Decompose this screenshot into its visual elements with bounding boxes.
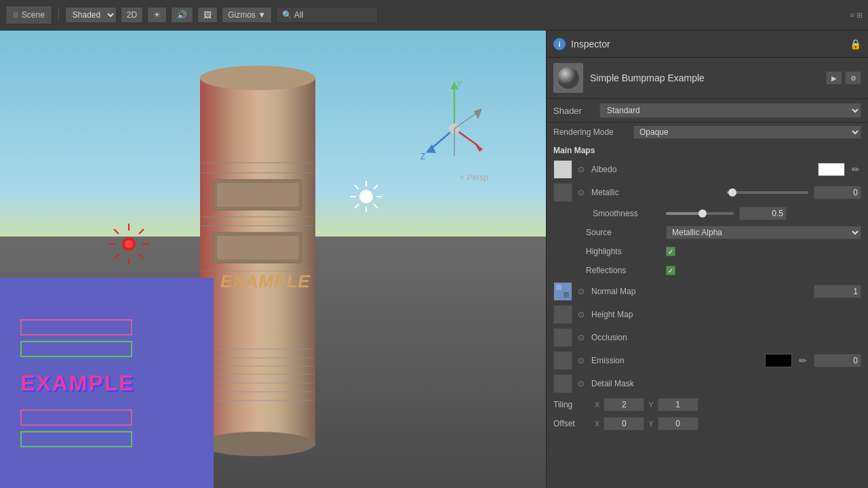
tiling-x-input[interactable] xyxy=(604,398,644,411)
emission-eyedropper[interactable]: ✏ xyxy=(797,355,808,366)
normal-map-texture-slot[interactable] xyxy=(553,282,572,301)
offset-x-input[interactable] xyxy=(604,417,644,430)
svg-line-36 xyxy=(374,204,378,208)
lock-icon[interactable]: 🔒 xyxy=(850,39,861,49)
metallic-slider[interactable] xyxy=(727,191,808,194)
gizmos-button[interactable]: Gizmos ▼ xyxy=(222,7,272,23)
bottom-rects xyxy=(20,409,132,447)
smoothness-value[interactable] xyxy=(739,207,787,220)
svg-point-53 xyxy=(557,67,579,89)
svg-line-27 xyxy=(139,229,144,234)
albedo-texture-slot[interactable] xyxy=(553,160,572,179)
offset-y-input[interactable] xyxy=(658,417,698,430)
scene-view[interactable]: EXAMPLE xyxy=(0,30,546,488)
red-light xyxy=(105,220,153,270)
svg-line-25 xyxy=(114,229,119,234)
smoothness-row: Smoothness xyxy=(547,204,868,223)
hashtag-icon: # xyxy=(13,9,18,20)
albedo-eyedropper[interactable]: ✏ xyxy=(850,164,861,175)
shader-dropdown[interactable]: Standard xyxy=(599,103,861,118)
svg-rect-11 xyxy=(217,236,298,260)
offset-label: Offset xyxy=(553,419,591,428)
svg-text:Y: Y xyxy=(456,79,462,89)
tiling-label: Tiling xyxy=(553,400,591,409)
source-dropdown[interactable]: Metallic Alpha xyxy=(666,226,861,239)
emission-value[interactable] xyxy=(814,354,861,367)
object-thumbnail xyxy=(553,63,583,93)
tiling-row: Tiling X Y xyxy=(547,395,868,414)
reflections-label: Reflections xyxy=(586,266,660,275)
svg-line-37 xyxy=(374,185,378,189)
occlusion-row: ⊙ Occlusion xyxy=(547,326,868,349)
object-settings-button[interactable]: ⚙ xyxy=(845,71,861,85)
highlights-checkbox[interactable]: ✓ xyxy=(666,247,675,256)
highlights-label: Highlights xyxy=(586,247,660,256)
svg-line-50 xyxy=(454,112,478,129)
sun-button[interactable]: ☀ xyxy=(147,7,167,23)
emission-label: Emission xyxy=(591,356,760,365)
emission-color-swatch[interactable] xyxy=(765,354,792,367)
smoothness-slider[interactable] xyxy=(666,212,734,215)
svg-line-38 xyxy=(355,204,359,208)
example-text: EXAMPLE xyxy=(20,371,135,396)
scene-tab-label: Scene xyxy=(22,10,45,20)
metallic-row: ⊙ Metallic xyxy=(547,181,868,204)
metallic-value[interactable] xyxy=(814,186,861,199)
inspector-body: Rendering Mode Opaque Main Maps ⊙ Albedo… xyxy=(547,123,868,488)
occlusion-texture-slot[interactable] xyxy=(553,328,572,347)
detail-mask-texture-slot[interactable] xyxy=(553,374,572,393)
normal-map-label: Normal Map xyxy=(591,287,808,296)
svg-point-30 xyxy=(125,240,133,248)
pink-rect-1 xyxy=(20,319,132,336)
tiling-y-input[interactable] xyxy=(658,398,698,411)
scene-tab[interactable]: # Scene xyxy=(5,5,52,24)
normal-map-value[interactable] xyxy=(814,285,861,298)
cylinder-example-text: EXAMPLE xyxy=(220,271,311,292)
emission-row: ⊙ Emission ✏ xyxy=(547,349,868,372)
offset-y-label: Y xyxy=(648,420,653,428)
shaded-dropdown[interactable]: Shaded xyxy=(65,7,117,23)
tiling-x-label: X xyxy=(595,401,599,409)
audio-button[interactable]: 🔊 xyxy=(171,7,193,23)
height-map-texture-slot[interactable] xyxy=(553,305,572,324)
shader-row: Shader Standard xyxy=(547,99,868,123)
blue-panel: EXAMPLE xyxy=(0,278,214,488)
2d-button[interactable]: 2D xyxy=(121,7,143,23)
pink-rect-2 xyxy=(20,409,132,426)
scene-toolbar: # Scene Shaded 2D ☀ 🔊 🖼 Gizmos ▼ ≡ ⊞ xyxy=(0,0,868,30)
svg-line-35 xyxy=(355,185,359,189)
source-row: Source Metallic Alpha xyxy=(547,223,868,242)
offset-x-label: X xyxy=(595,420,599,428)
inspector-info-icon: i xyxy=(553,38,566,50)
image-button[interactable]: 🖼 xyxy=(197,7,218,23)
persp-label: < Persp xyxy=(460,173,488,182)
albedo-color-swatch[interactable] xyxy=(818,163,845,176)
green-rect-2 xyxy=(20,431,132,447)
gizmo-axes: Y Z xyxy=(417,75,492,165)
separator xyxy=(58,8,59,22)
svg-text:Z: Z xyxy=(420,152,425,161)
svg-rect-57 xyxy=(564,292,569,298)
inspector-header: i Inspector 🔒 xyxy=(547,30,868,58)
detail-mask-row: ⊙ Detail Mask xyxy=(547,372,868,395)
albedo-label: Albedo xyxy=(591,165,812,174)
object-actions: ▶ ⚙ xyxy=(826,71,861,85)
reflections-checkbox[interactable]: ✓ xyxy=(666,266,675,275)
svg-rect-7 xyxy=(217,183,298,207)
detail-mask-label: Detail Mask xyxy=(591,379,861,388)
source-label: Source xyxy=(586,228,660,237)
rendering-mode-dropdown[interactable]: Opaque xyxy=(633,125,861,139)
rendering-mode-row: Rendering Mode Opaque xyxy=(547,123,868,142)
height-map-label: Height Map xyxy=(591,310,861,319)
object-save-button[interactable]: ▶ xyxy=(826,71,842,85)
reflections-row: Reflections ✓ xyxy=(547,261,868,280)
svg-rect-56 xyxy=(556,285,561,290)
metallic-texture-slot[interactable] xyxy=(553,183,572,202)
search-input[interactable] xyxy=(276,7,378,23)
shader-label: Shader xyxy=(553,106,594,116)
highlights-row: Highlights ✓ xyxy=(547,242,868,261)
svg-point-20 xyxy=(200,432,315,456)
albedo-row: ⊙ Albedo ✏ xyxy=(547,158,868,181)
object-header: Simple Bumpmap Example ▶ ⚙ xyxy=(547,58,868,99)
emission-texture-slot[interactable] xyxy=(553,351,572,370)
